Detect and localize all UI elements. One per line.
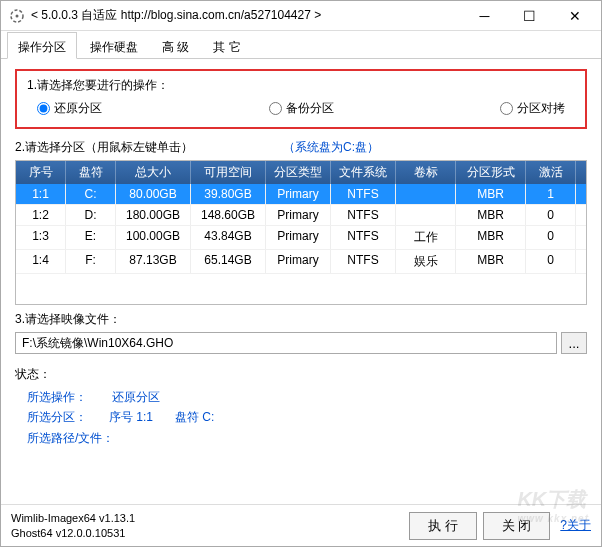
footer: Wimlib-Imagex64 v1.13.1 Ghost64 v12.0.0.… — [1, 504, 601, 546]
app-icon — [9, 8, 25, 24]
tab-bar: 操作分区 操作硬盘 高 级 其 它 — [1, 31, 601, 59]
version-info: Wimlib-Imagex64 v1.13.1 Ghost64 v12.0.0.… — [11, 511, 135, 540]
operation-select: 1.请选择您要进行的操作： 还原分区 备份分区 分区对拷 — [15, 69, 587, 129]
tab-disk-ops[interactable]: 操作硬盘 — [79, 32, 149, 59]
radio-restore[interactable]: 还原分区 — [37, 100, 102, 117]
tab-other[interactable]: 其 它 — [202, 32, 251, 59]
partition-table: 序号 盘符 总大小 可用空间 分区类型 文件系统 卷标 分区形式 激活 1:1C… — [15, 160, 587, 305]
table-row[interactable]: 1:4F:87.13GB65.14GBPrimaryNTFS娱乐MBR0 — [16, 250, 586, 274]
about-link[interactable]: ?关于 — [560, 517, 591, 534]
tab-partition-ops[interactable]: 操作分区 — [7, 32, 77, 59]
execute-button[interactable]: 执 行 — [409, 512, 477, 540]
table-row[interactable]: 1:3E:100.00GB43.84GBPrimaryNTFS工作MBR0 — [16, 226, 586, 250]
minimize-button[interactable]: ─ — [462, 2, 507, 30]
maximize-button[interactable]: ☐ — [507, 2, 552, 30]
section1-label: 1.请选择您要进行的操作： — [27, 77, 575, 94]
section3-label: 3.请选择映像文件： — [15, 311, 587, 328]
table-row[interactable]: 1:2D:180.00GB148.60GBPrimaryNTFSMBR0 — [16, 205, 586, 226]
close-app-button[interactable]: 关 闭 — [483, 512, 551, 540]
tab-advanced[interactable]: 高 级 — [151, 32, 200, 59]
browse-button[interactable]: ... — [561, 332, 587, 354]
svg-point-1 — [16, 14, 19, 17]
system-disk-note: （系统盘为C:盘） — [283, 139, 379, 156]
close-button[interactable]: ✕ — [552, 2, 597, 30]
titlebar: < 5.0.0.3 自适应 http://blog.sina.com.cn/a5… — [1, 1, 601, 31]
table-row[interactable]: 1:1C:80.00GB39.80GBPrimaryNTFSMBR1 — [16, 184, 586, 205]
radio-backup[interactable]: 备份分区 — [269, 100, 334, 117]
image-path-input[interactable] — [15, 332, 557, 354]
table-header: 序号 盘符 总大小 可用空间 分区类型 文件系统 卷标 分区形式 激活 — [16, 161, 586, 184]
status-label: 状态： — [15, 366, 587, 383]
radio-clone[interactable]: 分区对拷 — [500, 100, 565, 117]
status-body: 所选操作： 还原分区 所选分区：序号 1:1盘符 C: 所选路径/文件： — [15, 387, 587, 448]
window-title: < 5.0.0.3 自适应 http://blog.sina.com.cn/a5… — [31, 7, 462, 24]
section2-label: 2.请选择分区（用鼠标左键单击） — [15, 139, 193, 156]
